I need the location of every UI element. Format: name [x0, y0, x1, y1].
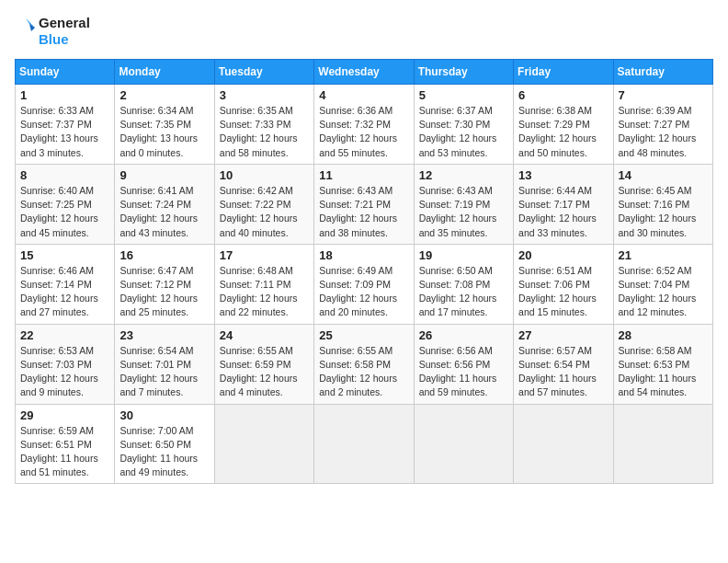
day-info: Sunrise: 6:57 AMSunset: 6:54 PMDaylight:…	[518, 344, 608, 400]
day-number: 6	[518, 88, 608, 102]
day-info: Sunrise: 6:40 AMSunset: 7:25 PMDaylight:…	[20, 184, 109, 240]
logo: General Blue	[15, 15, 90, 48]
day-info: Sunrise: 6:33 AMSunset: 7:37 PMDaylight:…	[20, 104, 109, 160]
day-number: 14	[619, 168, 708, 182]
day-cell: 16Sunrise: 6:47 AMSunset: 7:12 PMDayligh…	[115, 244, 214, 324]
day-cell	[514, 404, 613, 484]
day-info: Sunrise: 6:37 AMSunset: 7:30 PMDaylight:…	[419, 104, 508, 160]
page-header: General Blue	[15, 15, 713, 48]
day-info: Sunrise: 6:42 AMSunset: 7:22 PMDaylight:…	[220, 184, 309, 240]
day-cell: 30Sunrise: 7:00 AMSunset: 6:50 PMDayligh…	[115, 404, 214, 484]
day-info: Sunrise: 6:43 AMSunset: 7:19 PMDaylight:…	[419, 184, 508, 240]
day-number: 3	[220, 88, 309, 102]
week-row-4: 22Sunrise: 6:53 AMSunset: 7:03 PMDayligh…	[16, 324, 713, 404]
day-info: Sunrise: 6:36 AMSunset: 7:32 PMDaylight:…	[319, 104, 408, 160]
day-number: 23	[119, 328, 209, 342]
day-number: 10	[220, 168, 309, 182]
day-info: Sunrise: 6:51 AMSunset: 7:06 PMDaylight:…	[518, 264, 608, 320]
day-cell: 14Sunrise: 6:45 AMSunset: 7:16 PMDayligh…	[613, 164, 712, 244]
day-number: 22	[20, 328, 109, 342]
day-info: Sunrise: 6:49 AMSunset: 7:09 PMDaylight:…	[319, 264, 408, 320]
logo-container: General Blue	[15, 15, 90, 48]
day-info: Sunrise: 6:35 AMSunset: 7:33 PMDaylight:…	[220, 104, 309, 160]
day-cell: 28Sunrise: 6:58 AMSunset: 6:53 PMDayligh…	[613, 324, 712, 404]
day-info: Sunrise: 6:48 AMSunset: 7:11 PMDaylight:…	[220, 264, 309, 320]
day-cell: 29Sunrise: 6:59 AMSunset: 6:51 PMDayligh…	[16, 404, 115, 484]
day-number: 24	[220, 328, 309, 342]
day-cell	[613, 404, 712, 484]
day-cell: 25Sunrise: 6:55 AMSunset: 6:58 PMDayligh…	[314, 324, 414, 404]
logo-text: General Blue	[39, 15, 90, 48]
day-cell: 4Sunrise: 6:36 AMSunset: 7:32 PMDaylight…	[314, 85, 414, 165]
header-cell-monday: Monday	[115, 60, 214, 85]
day-cell: 7Sunrise: 6:39 AMSunset: 7:27 PMDaylight…	[613, 85, 712, 165]
day-info: Sunrise: 6:43 AMSunset: 7:21 PMDaylight:…	[319, 184, 408, 240]
day-number: 30	[119, 408, 209, 422]
day-info: Sunrise: 6:58 AMSunset: 6:53 PMDaylight:…	[619, 344, 708, 400]
day-number: 25	[319, 328, 408, 342]
day-cell: 19Sunrise: 6:50 AMSunset: 7:08 PMDayligh…	[414, 244, 513, 324]
day-info: Sunrise: 6:39 AMSunset: 7:27 PMDaylight:…	[619, 104, 708, 160]
header-cell-wednesday: Wednesday	[314, 60, 414, 85]
day-number: 5	[419, 88, 508, 102]
day-cell: 8Sunrise: 6:40 AMSunset: 7:25 PMDaylight…	[16, 164, 115, 244]
header-cell-thursday: Thursday	[414, 60, 513, 85]
week-row-5: 29Sunrise: 6:59 AMSunset: 6:51 PMDayligh…	[16, 404, 713, 484]
week-row-2: 8Sunrise: 6:40 AMSunset: 7:25 PMDaylight…	[16, 164, 713, 244]
day-info: Sunrise: 6:55 AMSunset: 6:58 PMDaylight:…	[319, 344, 408, 400]
day-info: Sunrise: 6:54 AMSunset: 7:01 PMDaylight:…	[119, 344, 209, 400]
week-row-3: 15Sunrise: 6:46 AMSunset: 7:14 PMDayligh…	[16, 244, 713, 324]
day-cell: 23Sunrise: 6:54 AMSunset: 7:01 PMDayligh…	[115, 324, 214, 404]
day-cell: 22Sunrise: 6:53 AMSunset: 7:03 PMDayligh…	[16, 324, 115, 404]
day-cell	[214, 404, 313, 484]
day-number: 19	[419, 248, 508, 262]
day-cell: 21Sunrise: 6:52 AMSunset: 7:04 PMDayligh…	[613, 244, 712, 324]
day-number: 4	[319, 88, 408, 102]
day-info: Sunrise: 6:53 AMSunset: 7:03 PMDaylight:…	[20, 344, 109, 400]
header-cell-saturday: Saturday	[613, 60, 712, 85]
day-info: Sunrise: 6:55 AMSunset: 6:59 PMDaylight:…	[220, 344, 309, 400]
week-row-1: 1Sunrise: 6:33 AMSunset: 7:37 PMDaylight…	[16, 85, 713, 165]
day-cell: 15Sunrise: 6:46 AMSunset: 7:14 PMDayligh…	[16, 244, 115, 324]
day-info: Sunrise: 6:38 AMSunset: 7:29 PMDaylight:…	[518, 104, 608, 160]
logo-blue: Blue	[39, 31, 90, 48]
day-info: Sunrise: 6:34 AMSunset: 7:35 PMDaylight:…	[119, 104, 209, 160]
day-number: 28	[619, 328, 708, 342]
day-cell: 2Sunrise: 6:34 AMSunset: 7:35 PMDaylight…	[115, 85, 214, 165]
day-info: Sunrise: 6:59 AMSunset: 6:51 PMDaylight:…	[20, 424, 109, 480]
day-info: Sunrise: 6:41 AMSunset: 7:24 PMDaylight:…	[119, 184, 209, 240]
day-info: Sunrise: 6:46 AMSunset: 7:14 PMDaylight:…	[20, 264, 109, 320]
day-number: 2	[119, 88, 209, 102]
day-number: 17	[220, 248, 309, 262]
day-number: 20	[518, 248, 608, 262]
day-number: 9	[119, 168, 209, 182]
day-number: 15	[20, 248, 109, 262]
day-info: Sunrise: 6:52 AMSunset: 7:04 PMDaylight:…	[619, 264, 708, 320]
day-info: Sunrise: 7:00 AMSunset: 6:50 PMDaylight:…	[119, 424, 209, 480]
logo-bird-icon	[15, 15, 37, 48]
header-cell-friday: Friday	[514, 60, 613, 85]
day-cell: 1Sunrise: 6:33 AMSunset: 7:37 PMDaylight…	[16, 85, 115, 165]
calendar-table: SundayMondayTuesdayWednesdayThursdayFrid…	[15, 59, 713, 484]
day-number: 18	[319, 248, 408, 262]
day-cell: 3Sunrise: 6:35 AMSunset: 7:33 PMDaylight…	[214, 85, 313, 165]
header-cell-sunday: Sunday	[16, 60, 115, 85]
calendar-body: 1Sunrise: 6:33 AMSunset: 7:37 PMDaylight…	[16, 85, 713, 484]
day-number: 1	[20, 88, 109, 102]
day-cell: 13Sunrise: 6:44 AMSunset: 7:17 PMDayligh…	[514, 164, 613, 244]
day-cell: 9Sunrise: 6:41 AMSunset: 7:24 PMDaylight…	[115, 164, 214, 244]
day-number: 11	[319, 168, 408, 182]
day-cell: 20Sunrise: 6:51 AMSunset: 7:06 PMDayligh…	[514, 244, 613, 324]
header-row: SundayMondayTuesdayWednesdayThursdayFrid…	[16, 60, 713, 85]
day-number: 8	[20, 168, 109, 182]
day-number: 16	[119, 248, 209, 262]
day-cell: 18Sunrise: 6:49 AMSunset: 7:09 PMDayligh…	[314, 244, 414, 324]
day-number: 13	[518, 168, 608, 182]
day-number: 12	[419, 168, 508, 182]
day-info: Sunrise: 6:45 AMSunset: 7:16 PMDaylight:…	[619, 184, 708, 240]
day-info: Sunrise: 6:44 AMSunset: 7:17 PMDaylight:…	[518, 184, 608, 240]
day-number: 21	[619, 248, 708, 262]
calendar-header: SundayMondayTuesdayWednesdayThursdayFrid…	[16, 60, 713, 85]
day-number: 26	[419, 328, 508, 342]
day-cell: 24Sunrise: 6:55 AMSunset: 6:59 PMDayligh…	[214, 324, 313, 404]
